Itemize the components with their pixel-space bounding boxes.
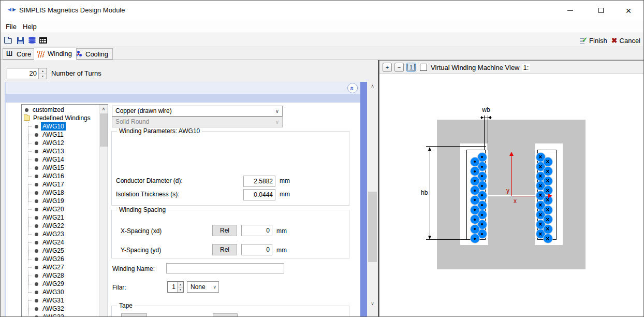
folder-icon bbox=[24, 116, 30, 121]
window-title: SIMPLIS Magnetics Design Module bbox=[19, 6, 125, 14]
clipped-button[interactable] bbox=[213, 313, 238, 317]
wire-turn-in: × bbox=[544, 206, 552, 214]
item-dot-icon bbox=[35, 133, 38, 137]
winding-tree: customizedPredefined WindingsAWG10AWG11A… bbox=[21, 104, 108, 317]
winding-name-input[interactable] bbox=[166, 263, 284, 273]
core-icon: Ш bbox=[6, 51, 13, 57]
tree-item-awg24[interactable]: AWG24 bbox=[28, 238, 99, 247]
cancel-x-icon: ✖ bbox=[611, 37, 618, 44]
collapse-panel-button[interactable]: « bbox=[347, 83, 358, 93]
material-combo[interactable]: Copper (drawn wire) ∨ bbox=[112, 106, 283, 117]
tree-item-awg33[interactable]: AWG33 bbox=[28, 313, 99, 317]
scroll-up-icon[interactable]: ∧ bbox=[368, 82, 377, 90]
tree-item-awg31[interactable]: AWG31 bbox=[28, 296, 99, 305]
zoom-in-button[interactable]: + bbox=[383, 63, 392, 72]
view-1-button[interactable]: 1 bbox=[406, 63, 416, 72]
tree-item-awg32[interactable]: AWG32 bbox=[28, 305, 99, 313]
close-button[interactable]: × bbox=[617, 1, 640, 20]
tree-item-awg10[interactable]: AWG10 bbox=[28, 122, 99, 131]
tree-item-label: AWG25 bbox=[41, 247, 66, 255]
tree-item-awg26[interactable]: AWG26 bbox=[28, 255, 99, 263]
tree-scroll-thumb[interactable] bbox=[100, 113, 108, 147]
item-dot-icon bbox=[35, 141, 38, 145]
tree-item-awg13[interactable]: AWG13 bbox=[28, 147, 99, 155]
tree-item-label: AWG23 bbox=[41, 230, 66, 238]
menu-help[interactable]: Help bbox=[20, 22, 39, 32]
spin-down-icon[interactable]: ▼ bbox=[39, 74, 47, 79]
x-spacing-field[interactable]: 0 bbox=[241, 225, 272, 236]
turns-label: Number of Turns bbox=[51, 69, 101, 77]
tree-item-label: AWG10 bbox=[41, 122, 66, 131]
tree-item-label: AWG31 bbox=[41, 296, 66, 305]
tree-item-label: AWG20 bbox=[41, 205, 66, 213]
tree-item-awg23[interactable]: AWG23 bbox=[28, 230, 99, 238]
item-dot-icon bbox=[35, 274, 38, 278]
scroll-down-icon[interactable]: ∨ bbox=[368, 299, 377, 308]
group-title: Winding Parameters: AWG10 bbox=[117, 127, 202, 135]
scroll-up-icon[interactable]: ∧ bbox=[99, 105, 108, 113]
tree-item-awg19[interactable]: AWG19 bbox=[28, 197, 99, 205]
isolation-thickness-field[interactable]: 0.0444 bbox=[243, 189, 275, 200]
tree-item-awg20[interactable]: AWG20 bbox=[28, 205, 99, 213]
menu-file[interactable]: File bbox=[3, 22, 19, 32]
maximize-button[interactable] bbox=[589, 1, 613, 20]
filar-combo[interactable]: None ∨ bbox=[187, 281, 219, 293]
item-dot-icon bbox=[35, 183, 38, 186]
panel-header bbox=[6, 82, 367, 94]
tab-cooling[interactable]: Cooling bbox=[71, 48, 113, 60]
wire-turn-in: × bbox=[544, 225, 552, 234]
tree-item-predefined-windings[interactable]: Predefined Windings bbox=[23, 114, 99, 122]
wire-shape-combo: Solid Round ∨ bbox=[112, 117, 283, 127]
tree-item-awg17[interactable]: AWG17 bbox=[28, 180, 99, 189]
wire-turn-out bbox=[471, 215, 479, 224]
app-icon: ◄► bbox=[7, 6, 16, 12]
view-checkbox[interactable] bbox=[420, 64, 427, 71]
y-spacing-field[interactable]: 0 bbox=[241, 244, 272, 255]
tree-item-awg16[interactable]: AWG16 bbox=[28, 172, 99, 180]
filar-spinner[interactable]: 1 ▲▼ bbox=[167, 281, 184, 293]
tree-item-label: AWG33 bbox=[41, 313, 66, 317]
grid-icon[interactable] bbox=[39, 36, 48, 45]
tree-item-awg25[interactable]: AWG25 bbox=[28, 247, 99, 255]
spin-up-icon[interactable]: ▲ bbox=[178, 282, 183, 287]
tree-item-awg14[interactable]: AWG14 bbox=[28, 155, 99, 164]
spin-down-icon[interactable]: ▼ bbox=[178, 287, 183, 293]
tree-item-awg22[interactable]: AWG22 bbox=[28, 222, 99, 230]
wire-turn-out bbox=[471, 167, 479, 176]
tree-item-awg30[interactable]: AWG30 bbox=[28, 288, 99, 296]
tab-winding[interactable]: Winding bbox=[34, 48, 77, 60]
tree-item-label: AWG21 bbox=[41, 213, 66, 222]
zoom-out-button[interactable]: − bbox=[394, 63, 404, 72]
tree-item-awg11[interactable]: AWG11 bbox=[28, 131, 99, 139]
x-spacing-rel-button[interactable]: Rel bbox=[212, 225, 237, 236]
tree-scrollbar[interactable]: ∧ bbox=[99, 105, 108, 316]
tree-item-awg27[interactable]: AWG27 bbox=[28, 263, 99, 271]
open-icon[interactable] bbox=[4, 36, 13, 45]
tree-item-awg18[interactable]: AWG18 bbox=[28, 189, 99, 197]
number-of-turns-spinner[interactable]: 20 ▲▼ bbox=[7, 68, 47, 79]
tree-item-awg21[interactable]: AWG21 bbox=[28, 213, 99, 222]
tree-item-awg15[interactable]: AWG15 bbox=[28, 164, 99, 172]
save-icon[interactable] bbox=[17, 36, 25, 45]
database-icon[interactable] bbox=[28, 36, 37, 45]
minimize-button[interactable] bbox=[558, 1, 582, 20]
group-title: Winding Spacing bbox=[117, 206, 168, 213]
finish-button[interactable]: ✓ Finish bbox=[580, 37, 607, 45]
cancel-button[interactable]: ✖ Cancel bbox=[611, 37, 640, 45]
panel-scrollbar[interactable]: ∧ ∨ bbox=[368, 82, 377, 317]
tree-item-label: AWG27 bbox=[41, 263, 66, 271]
tree-item-customized[interactable]: customized bbox=[23, 106, 99, 114]
spin-up-icon[interactable]: ▲ bbox=[39, 68, 47, 74]
conductor-diameter-field[interactable]: 2.5882 bbox=[243, 176, 275, 187]
y-spacing-rel-button[interactable]: Rel bbox=[212, 244, 237, 255]
tab-core[interactable]: Ш Core bbox=[3, 48, 36, 60]
view-index: 1: bbox=[522, 64, 531, 71]
clipped-button[interactable] bbox=[121, 313, 147, 317]
wire-turn-in: × bbox=[544, 215, 552, 224]
tree-item-awg29[interactable]: AWG29 bbox=[28, 280, 99, 288]
scroll-thumb[interactable] bbox=[368, 192, 377, 262]
item-dot-icon bbox=[35, 199, 38, 203]
wire-turn-out bbox=[471, 225, 479, 234]
tree-item-awg28[interactable]: AWG28 bbox=[28, 271, 99, 280]
tree-item-awg12[interactable]: AWG12 bbox=[28, 139, 99, 147]
